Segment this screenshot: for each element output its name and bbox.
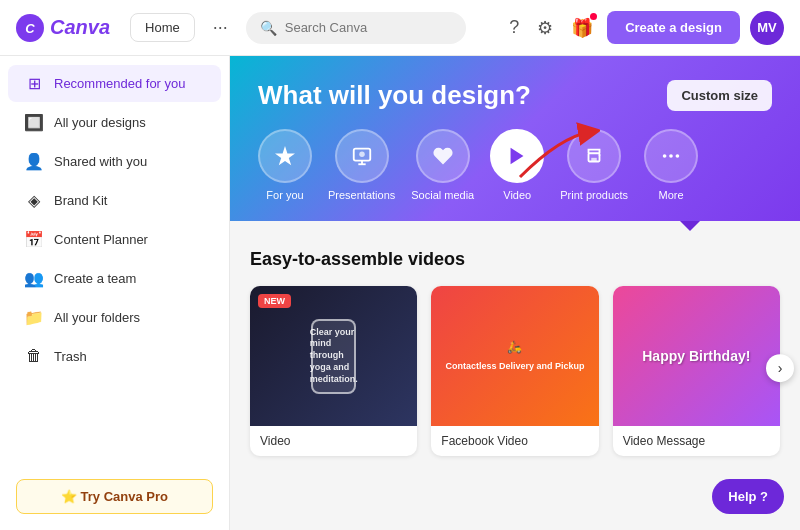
card-video-message[interactable]: Happy Birthday! Video Message <box>613 286 780 456</box>
search-bar: 🔍 <box>246 12 466 44</box>
content-area: What will you design? Custom size For yo… <box>230 56 800 530</box>
card-label-message: Video Message <box>613 426 780 456</box>
more-label: More <box>659 189 684 201</box>
search-input[interactable] <box>285 20 452 35</box>
sidebar: ⊞ Recommended for you 🔲 All your designs… <box>0 56 230 530</box>
easy-videos-section: Easy-to-assemble videos NEW Clear your m… <box>230 221 800 472</box>
gift-button[interactable]: 🎁 <box>567 13 597 43</box>
presentations-icon <box>335 129 389 183</box>
recommended-icon: ⊞ <box>24 74 44 93</box>
logo-text: Canva <box>50 16 110 39</box>
shared-icon: 👤 <box>24 152 44 171</box>
hero-header: What will you design? Custom size <box>258 80 772 111</box>
create-team-icon: 👥 <box>24 269 44 288</box>
social-media-icon <box>416 129 470 183</box>
sidebar-label-shared: Shared with you <box>54 154 147 169</box>
svg-point-10 <box>663 154 667 158</box>
category-pill-social-media[interactable]: Social media <box>411 129 474 201</box>
for-you-label: For you <box>266 189 303 201</box>
section-title: Easy-to-assemble videos <box>250 249 780 270</box>
sidebar-label-content-planner: Content Planner <box>54 232 148 247</box>
category-pill-presentations[interactable]: Presentations <box>328 129 395 201</box>
sidebar-item-shared[interactable]: 👤 Shared with you <box>8 143 221 180</box>
svg-point-9 <box>599 154 601 156</box>
sidebar-label-all-designs: All your designs <box>54 115 146 130</box>
hero-title: What will you design? <box>258 80 531 111</box>
gear-icon: ⚙ <box>537 18 553 38</box>
carousel-next-button[interactable]: › <box>766 354 794 382</box>
svg-point-11 <box>669 154 673 158</box>
svg-rect-8 <box>591 158 597 162</box>
category-pill-for-you[interactable]: For you <box>258 129 312 201</box>
sidebar-label-all-folders: All your folders <box>54 310 140 325</box>
new-badge: NEW <box>258 294 291 308</box>
print-products-label: Print products <box>560 189 628 201</box>
sidebar-item-recommended[interactable]: ⊞ Recommended for you <box>8 65 221 102</box>
social-media-label: Social media <box>411 189 474 201</box>
sidebar-label-recommended: Recommended for you <box>54 76 186 91</box>
logo: C Canva <box>16 14 110 42</box>
home-button[interactable]: Home <box>130 13 195 42</box>
sidebar-item-trash[interactable]: 🗑 Trash <box>8 338 221 374</box>
svg-point-3 <box>359 151 365 157</box>
trash-icon: 🗑 <box>24 347 44 365</box>
hero-banner: What will you design? Custom size For yo… <box>230 56 800 221</box>
for-you-icon <box>258 129 312 183</box>
canva-logo-icon: C <box>16 14 44 42</box>
all-folders-icon: 📁 <box>24 308 44 327</box>
category-pills: For you Presentations Social media <box>258 129 772 201</box>
gift-icon: 🎁 <box>571 18 593 38</box>
content-planner-icon: 📅 <box>24 230 44 249</box>
help-button[interactable]: Help ? <box>712 479 784 514</box>
create-design-button[interactable]: Create a design <box>607 11 740 44</box>
category-pill-more[interactable]: More <box>644 129 698 201</box>
phone-preview: Clear your mind through yoga and meditat… <box>311 319 356 394</box>
dropdown-triangle <box>680 221 700 231</box>
svg-marker-6 <box>511 148 524 165</box>
brand-kit-icon: ◈ <box>24 191 44 210</box>
header-icons: ? ⚙ 🎁 Create a design MV <box>505 11 784 45</box>
question-icon: ? <box>509 17 519 37</box>
sidebar-label-brand-kit: Brand Kit <box>54 193 107 208</box>
all-designs-icon: 🔲 <box>24 113 44 132</box>
sidebar-item-content-planner[interactable]: 📅 Content Planner <box>8 221 221 258</box>
svg-point-12 <box>676 154 680 158</box>
card-thumb-message: Happy Birthday! <box>613 286 780 426</box>
category-pill-video[interactable]: Video <box>490 129 544 201</box>
card-facebook-video[interactable]: 🛵 Contactless Delivery and Pickup Facebo… <box>431 286 598 456</box>
card-label-video: Video <box>250 426 417 456</box>
sidebar-item-brand-kit[interactable]: ◈ Brand Kit <box>8 182 221 219</box>
try-pro-button[interactable]: ⭐ Try Canva Pro <box>16 479 213 514</box>
header: C Canva Home ··· 🔍 ? ⚙ 🎁 Create a design… <box>0 0 800 56</box>
more-icon <box>644 129 698 183</box>
category-pill-print-products[interactable]: Print products <box>560 129 628 201</box>
custom-size-button[interactable]: Custom size <box>667 80 772 111</box>
cards-row: NEW Clear your mind through yoga and med… <box>250 286 780 456</box>
print-products-icon <box>567 129 621 183</box>
sidebar-item-all-designs[interactable]: 🔲 All your designs <box>8 104 221 141</box>
card-thumb-video: NEW Clear your mind through yoga and med… <box>250 286 417 426</box>
sidebar-item-all-folders[interactable]: 📁 All your folders <box>8 299 221 336</box>
search-icon: 🔍 <box>260 20 277 36</box>
card-label-facebook: Facebook Video <box>431 426 598 456</box>
gift-badge <box>590 13 597 20</box>
card-video[interactable]: NEW Clear your mind through yoga and med… <box>250 286 417 456</box>
main-layout: ⊞ Recommended for you 🔲 All your designs… <box>0 56 800 530</box>
header-more-button[interactable]: ··· <box>207 13 234 42</box>
sidebar-item-create-team[interactable]: 👥 Create a team <box>8 260 221 297</box>
avatar[interactable]: MV <box>750 11 784 45</box>
svg-text:C: C <box>25 21 35 36</box>
settings-button[interactable]: ⚙ <box>533 13 557 43</box>
card-thumb-facebook: 🛵 Contactless Delivery and Pickup <box>431 286 598 426</box>
video-label: Video <box>503 189 531 201</box>
sidebar-label-trash: Trash <box>54 349 87 364</box>
video-icon <box>490 129 544 183</box>
presentations-label: Presentations <box>328 189 395 201</box>
help-icon-button[interactable]: ? <box>505 13 523 42</box>
sidebar-label-create-team: Create a team <box>54 271 136 286</box>
